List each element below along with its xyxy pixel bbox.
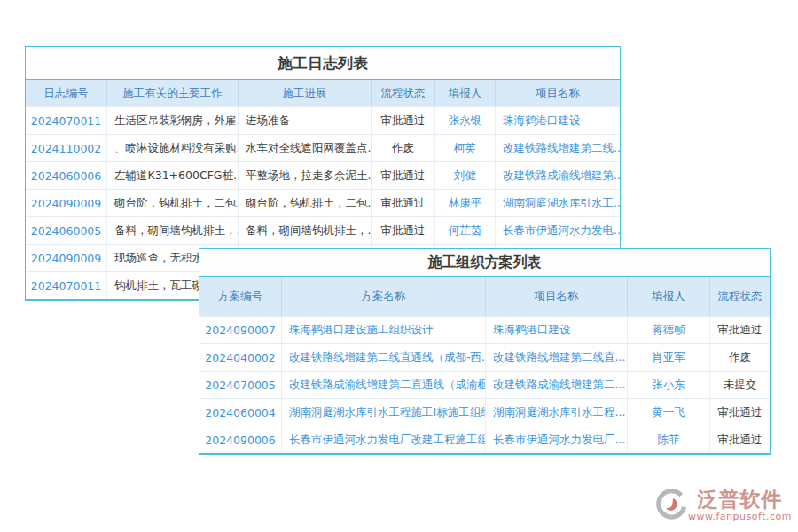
status-badge: 审批通过 [710,317,770,343]
plan-reporter-cell: 肖亚军 [628,344,710,371]
plan-reporter-cell: 蒋德帧 [628,317,710,343]
status-badge: 作废 [710,344,770,371]
status-badge: 审批通过 [372,217,435,244]
fanpu-logo-icon [656,489,686,523]
status-badge: 未提交 [710,372,770,398]
log-progress-cell: 砌台阶，钩机排土，二包... [239,190,372,216]
status-badge: 审批通过 [372,162,435,189]
log-work-cell: 砌台阶，钩机排土，二包... [107,190,239,216]
table-row: 2024060005 备料，砌间墙钩机排土，... 备料，砌间墙钩机排土，...… [26,216,620,244]
log-col-progress: 施工进展 [239,80,372,106]
log-progress-cell: 平整场地，拉走多余泥土... [239,162,372,189]
plan-id-link[interactable]: 2024040002 [200,344,282,371]
log-id-link[interactable]: 2024060006 [26,162,107,189]
plan-project-link[interactable]: 湖南洞庭湖水库引水工程... [486,399,628,426]
log-col-main-work: 施工有关的主要工作 [107,80,239,106]
log-progress-cell: 水车对全线遮阳网覆盖点... [239,135,372,161]
log-work-cell: 生活区吊装彩钢房，外雇... [107,107,239,134]
log-id-link[interactable]: 2024070011 [26,272,107,299]
log-id-link[interactable]: 2024090009 [26,245,107,271]
table-row: 2024070011 生活区吊装彩钢房，外雇... 进场准备 审批通过 张永银 … [26,106,620,134]
status-badge: 审批通过 [372,107,435,134]
plan-project-link[interactable]: 珠海鹤港口建设 [486,317,628,343]
plan-table-title: 施工组织方案列表 [200,249,770,277]
plan-name-link[interactable]: 湖南洞庭湖水库引水工程施工I标施工组织... [282,399,486,426]
plan-col-reporter: 填报人 [628,277,710,316]
plan-col-name: 方案名称 [282,277,486,316]
table-row: 2024110002 、喷淋设施材料没有采购... 水车对全线遮阳网覆盖点...… [26,134,620,161]
log-progress-cell: 备料，砌间墙钩机排土，... [239,217,372,244]
brand-logo: 泛普软件 www.fanpusoft.com [656,488,789,523]
plan-name-link[interactable]: 改建铁路成渝线增建第二直通线（成渝枢... [282,372,486,398]
plan-col-id: 方案编号 [200,277,282,316]
log-work-cell: 左辅道K31+600CFG桩... [107,162,239,189]
table-row: 2024060004 湖南洞庭湖水库引水工程施工I标施工组织... 湖南洞庭湖水… [200,398,770,426]
log-project-link[interactable]: 湖南洞庭湖水库引水工... [496,190,620,216]
plan-name-link[interactable]: 珠海鹤港口建设施工组织设计 [282,317,486,343]
log-project-link[interactable]: 改建铁路成渝线增建第... [496,162,620,189]
log-col-project: 项目名称 [496,80,620,106]
table-row: 2024060006 左辅道K31+600CFG桩... 平整场地，拉走多余泥土… [26,161,620,189]
log-reporter-cell: 刘健 [435,162,496,189]
plan-table-header: 方案编号 方案名称 项目名称 填报人 流程状态 [200,277,770,316]
plan-project-link[interactable]: 改建铁路线增建第二线直... [486,344,628,371]
table-row: 2024070005 改建铁路成渝线增建第二直通线（成渝枢... 改建铁路成渝线… [200,371,770,398]
plan-reporter-cell: 陈菲 [628,426,710,453]
log-table-title: 施工日志列表 [26,47,620,80]
brand-url[interactable]: www.fanpusoft.com [688,511,792,522]
log-reporter-cell: 林康平 [435,190,496,216]
table-row: 2024090006 长春市伊通河水力发电厂改建工程施工组... 长春市伊通河水… [200,426,770,453]
brand-name: 泛普软件 [697,488,782,511]
log-project-link[interactable]: 长春市伊通河水力发电... [496,217,620,244]
log-col-status: 流程状态 [372,80,435,106]
log-project-link[interactable]: 改建铁路线增建第二线... [496,135,620,161]
log-reporter-cell: 张永银 [435,107,496,134]
table-row: 2024040002 改建铁路线增建第二线直通线（成都-西... 改建铁路线增建… [200,343,770,371]
log-id-link[interactable]: 2024090009 [26,190,107,216]
plan-project-link[interactable]: 改建铁路成渝线增建第二... [486,372,628,398]
log-id-link[interactable]: 2024110002 [26,135,107,161]
log-work-cell: 、喷淋设施材料没有采购... [107,135,239,161]
plan-reporter-cell: 张小东 [628,372,710,398]
log-col-reporter: 填报人 [435,80,496,106]
log-id-link[interactable]: 2024070011 [26,107,107,134]
page-background: 施工日志列表 日志编号 施工有关的主要工作 施工进展 流程状态 填报人 项目名称… [0,0,798,532]
status-badge: 审批通过 [372,190,435,216]
log-reporter-cell: 柯英 [435,135,496,161]
plan-id-link[interactable]: 2024070005 [200,372,282,398]
status-badge: 作废 [372,135,435,161]
plan-name-link[interactable]: 长春市伊通河水力发电厂改建工程施工组... [282,426,486,453]
plan-project-link[interactable]: 长春市伊通河水力发电厂... [486,426,628,453]
log-table-header: 日志编号 施工有关的主要工作 施工进展 流程状态 填报人 项目名称 [26,80,620,106]
log-progress-cell: 进场准备 [239,107,372,134]
log-id-link[interactable]: 2024060005 [26,217,107,244]
plan-reporter-cell: 黄一飞 [628,399,710,426]
status-badge: 审批通过 [710,426,770,453]
log-work-cell: 备料，砌间墙钩机排土，... [107,217,239,244]
plan-name-link[interactable]: 改建铁路线增建第二线直通线（成都-西... [282,344,486,371]
plan-id-link[interactable]: 2024090006 [200,426,282,453]
plan-id-link[interactable]: 2024090007 [200,317,282,343]
plan-col-project: 项目名称 [486,277,628,316]
status-badge: 审批通过 [710,399,770,426]
log-project-link[interactable]: 珠海鹤港口建设 [496,107,620,134]
plan-id-link[interactable]: 2024060004 [200,399,282,426]
plan-table-panel: 施工组织方案列表 方案编号 方案名称 项目名称 填报人 流程状态 2024090… [199,248,771,455]
plan-col-status: 流程状态 [710,277,770,316]
log-reporter-cell: 何芷茵 [435,217,496,244]
table-row: 2024090007 珠海鹤港口建设施工组织设计 珠海鹤港口建设 蒋德帧 审批通… [200,316,770,343]
log-col-id: 日志编号 [26,80,107,106]
table-row: 2024090009 砌台阶，钩机排土，二包... 砌台阶，钩机排土，二包...… [26,189,620,216]
